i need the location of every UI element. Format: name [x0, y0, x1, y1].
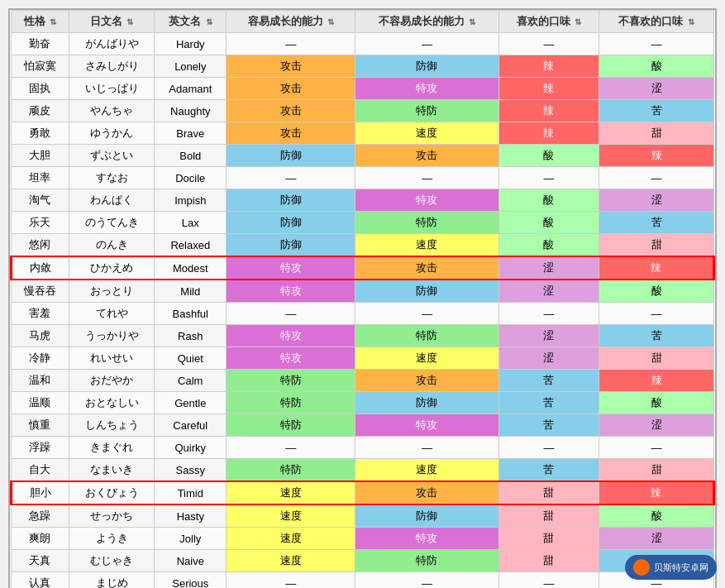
col-header-like-flavor[interactable]: 喜欢的口味 ⇅ — [498, 11, 599, 33]
cell-up-stat: 速度 — [227, 550, 355, 572]
table-row: 顽皮やんちゃNaughty攻击特防辣苦 — [12, 100, 714, 122]
col-header-dislike-flavor[interactable]: 不喜欢的口味 ⇅ — [599, 11, 714, 33]
cell-english: Lonely — [155, 55, 227, 78]
table-row: 自大なまいきSassy特防速度苦甜 — [12, 459, 714, 482]
cell-down-stat: — — [355, 437, 498, 459]
cell-down-stat: 特攻 — [355, 78, 498, 100]
col-header-english[interactable]: 英文名 ⇅ — [155, 11, 227, 33]
cell-like-flavor: 涩 — [498, 347, 599, 370]
col-header-down-stat[interactable]: 不容易成长的能力 ⇅ — [355, 11, 498, 33]
cell-down-stat: 特防 — [355, 212, 498, 234]
cell-japanese: きまぐれ — [69, 437, 154, 459]
cell-japanese: しんちょう — [69, 414, 154, 437]
cell-japanese: さみしがり — [69, 55, 154, 78]
table-row: 天真むじゃきNaive速度特防甜苦 — [12, 550, 714, 572]
cell-dislike-flavor: 辣 — [599, 256, 714, 280]
sort-like-flavor-icon[interactable]: ⇅ — [575, 17, 581, 26]
cell-english: Gentle — [155, 392, 227, 414]
cell-japanese: すなお — [69, 167, 154, 189]
cell-nature: 乐天 — [12, 212, 69, 234]
cell-down-stat: 速度 — [355, 459, 498, 482]
cell-up-stat: 特防 — [227, 370, 355, 392]
cell-up-stat: — — [227, 33, 355, 55]
cell-up-stat: 攻击 — [227, 55, 355, 78]
cell-nature: 固执 — [12, 78, 69, 100]
col-header-nature[interactable]: 性格 ⇅ — [12, 11, 69, 33]
watermark-badge: 贝斯特安卓网 — [625, 555, 717, 580]
cell-like-flavor: 酸 — [498, 234, 599, 257]
col-header-up-stat[interactable]: 容易成长的能力 ⇅ — [227, 11, 355, 33]
table-row: 马虎うっかりやRash特攻特防涩苦 — [12, 325, 714, 347]
cell-dislike-flavor: 涩 — [599, 528, 714, 550]
cell-like-flavor: 辣 — [498, 55, 599, 78]
cell-english: Docile — [155, 167, 227, 189]
cell-down-stat: 特防 — [355, 325, 498, 347]
cell-like-flavor: 苦 — [498, 414, 599, 437]
cell-like-flavor: — — [498, 572, 599, 589]
sort-english-icon[interactable]: ⇅ — [206, 17, 212, 26]
cell-up-stat: 特攻 — [227, 280, 355, 303]
cell-down-stat: — — [355, 303, 498, 325]
cell-japanese: おとなしい — [69, 392, 154, 414]
cell-japanese: のうてんき — [69, 212, 154, 234]
watermark-icon — [633, 559, 650, 576]
cell-english: Adamant — [155, 78, 227, 100]
cell-dislike-flavor: 甜 — [599, 459, 714, 482]
cell-dislike-flavor: — — [599, 33, 714, 55]
cell-up-stat: — — [227, 303, 355, 325]
cell-like-flavor: 涩 — [498, 280, 599, 303]
cell-down-stat: 特攻 — [355, 189, 498, 212]
table-row: 勤奋がんばりやHardy———— — [12, 33, 714, 55]
cell-japanese: ようき — [69, 528, 154, 550]
cell-down-stat: 特防 — [355, 550, 498, 572]
cell-nature: 悠闲 — [12, 234, 69, 257]
sort-japanese-icon[interactable]: ⇅ — [126, 17, 133, 26]
cell-nature: 自大 — [12, 459, 69, 482]
col-nature-label: 性格 — [24, 15, 45, 27]
watermark-text: 贝斯特安卓网 — [654, 562, 708, 574]
cell-nature: 急躁 — [12, 504, 69, 528]
cell-down-stat: 防御 — [355, 392, 498, 414]
col-down-stat-label: 不容易成长的能力 — [379, 15, 465, 27]
cell-up-stat: — — [227, 437, 355, 459]
cell-like-flavor: 酸 — [498, 145, 599, 167]
nature-table: 性格 ⇅ 日文名 ⇅ 英文名 ⇅ 容易成长的能力 ⇅ 不容易成长的能力 ⇅ — [10, 10, 715, 588]
sort-nature-icon[interactable]: ⇅ — [50, 17, 56, 26]
table-row: 慎重しんちょうCareful特防特攻苦涩 — [12, 414, 714, 437]
cell-like-flavor: 辣 — [498, 100, 599, 122]
cell-like-flavor: — — [498, 33, 599, 55]
cell-like-flavor: 苦 — [498, 392, 599, 414]
col-header-japanese[interactable]: 日文名 ⇅ — [69, 11, 154, 33]
cell-japanese: ずぶとい — [69, 145, 154, 167]
sort-down-stat-icon[interactable]: ⇅ — [469, 17, 475, 26]
cell-english: Mild — [155, 280, 227, 303]
cell-down-stat: — — [355, 167, 498, 189]
table-row: 温顺おとなしいGentle特防防御苦酸 — [12, 392, 714, 414]
cell-nature: 慢吞吞 — [12, 280, 69, 303]
cell-dislike-flavor: 辣 — [599, 145, 714, 167]
cell-nature: 天真 — [12, 550, 69, 572]
cell-dislike-flavor: — — [599, 303, 714, 325]
cell-nature: 认真 — [12, 572, 69, 589]
cell-like-flavor: 甜 — [498, 481, 599, 504]
cell-nature: 慎重 — [12, 414, 69, 437]
cell-nature: 温顺 — [12, 392, 69, 414]
sort-up-stat-icon[interactable]: ⇅ — [327, 17, 334, 26]
cell-up-stat: 特攻 — [227, 347, 355, 370]
cell-dislike-flavor: — — [599, 437, 714, 459]
sort-dislike-flavor-icon[interactable]: ⇅ — [688, 17, 694, 26]
cell-english: Impish — [155, 189, 227, 212]
cell-japanese: れいせい — [69, 347, 154, 370]
col-japanese-label: 日文名 — [90, 15, 122, 27]
cell-dislike-flavor: 辣 — [599, 370, 714, 392]
cell-like-flavor: 辣 — [498, 78, 599, 100]
cell-nature: 顽皮 — [12, 100, 69, 122]
cell-japanese: うっかりや — [69, 325, 154, 347]
cell-dislike-flavor: 酸 — [599, 55, 714, 78]
cell-japanese: いじっぱり — [69, 78, 154, 100]
col-up-stat-label: 容易成长的能力 — [248, 15, 323, 27]
cell-up-stat: 速度 — [227, 504, 355, 528]
cell-like-flavor: — — [498, 167, 599, 189]
cell-like-flavor: 辣 — [498, 122, 599, 145]
cell-like-flavor: 甜 — [498, 528, 599, 550]
